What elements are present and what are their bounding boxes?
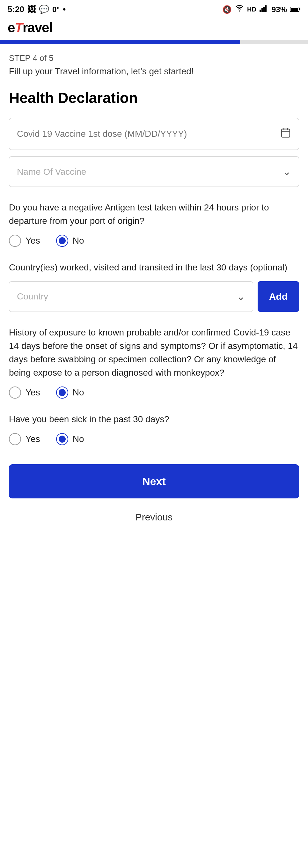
- antigen-yes-label: Yes: [26, 236, 40, 246]
- country-placeholder: Country: [17, 291, 48, 302]
- time-display: 5:20: [8, 4, 24, 14]
- antigen-no-radio[interactable]: [56, 235, 68, 247]
- photo-icon: 🖼: [27, 4, 36, 14]
- svg-rect-0: [259, 10, 261, 12]
- main-content: STEP 4 of 5 Fill up your Travel informat…: [0, 44, 308, 540]
- mute-icon: 🔇: [222, 5, 232, 14]
- exposure-no-radio[interactable]: [56, 386, 68, 399]
- sick-no-radio[interactable]: [56, 433, 68, 445]
- sick-no-label: No: [73, 434, 84, 444]
- covid-vaccine-date-field[interactable]: [9, 118, 299, 150]
- svg-rect-7: [281, 129, 290, 137]
- svg-rect-5: [299, 8, 300, 10]
- vaccine-name-field[interactable]: Name Of Vaccine ⌄: [9, 156, 299, 187]
- add-country-button[interactable]: Add: [258, 281, 299, 312]
- step-label: STEP 4 of 5: [9, 53, 299, 63]
- country-section: Country(ies) worked, visited and transit…: [9, 261, 299, 312]
- exposure-no-option[interactable]: No: [56, 386, 84, 399]
- sick-no-option[interactable]: No: [56, 433, 84, 445]
- sick-yes-label: Yes: [26, 434, 40, 444]
- chevron-down-icon: ⌄: [282, 165, 291, 178]
- svg-rect-1: [261, 8, 263, 12]
- battery-percent: 93%: [272, 5, 287, 14]
- exposure-no-label: No: [73, 388, 84, 398]
- antigen-test-question: Do you have a negative Antigen test take…: [9, 201, 299, 228]
- svg-rect-3: [265, 5, 267, 12]
- sick-yes-option[interactable]: Yes: [9, 433, 40, 445]
- svg-rect-6: [291, 8, 298, 11]
- app-header: eTravel: [0, 17, 308, 40]
- status-left: 5:20 🖼 💬 0° •: [8, 4, 66, 14]
- covid-exposure-section: History of exposure to known probable an…: [9, 326, 299, 399]
- calendar-icon: [280, 127, 291, 141]
- antigen-no-option[interactable]: No: [56, 235, 84, 247]
- progress-bar-fill: [0, 40, 240, 44]
- antigen-yes-radio[interactable]: [9, 235, 21, 247]
- country-dropdown[interactable]: Country ⌄: [9, 281, 253, 312]
- exposure-yes-radio[interactable]: [9, 386, 21, 399]
- covid-exposure-radio-group: Yes No: [9, 386, 299, 399]
- temp-display: 0°: [52, 5, 60, 14]
- previous-button[interactable]: Previous: [9, 507, 299, 527]
- sick-30days-section: Have you been sick in the past 30 days? …: [9, 413, 299, 445]
- section-title: Health Declaration: [9, 89, 299, 106]
- app-logo: eTravel: [8, 20, 300, 35]
- step-subtitle: Fill up your Travel information, let's g…: [9, 66, 299, 76]
- svg-rect-2: [264, 7, 265, 12]
- antigen-yes-option[interactable]: Yes: [9, 235, 40, 247]
- logo-ravel: ravel: [23, 20, 52, 35]
- battery-icon: [290, 4, 300, 14]
- progress-bar-container: [0, 40, 308, 44]
- sick-yes-radio[interactable]: [9, 433, 21, 445]
- next-button[interactable]: Next: [9, 464, 299, 498]
- antigen-no-label: No: [73, 236, 84, 246]
- covid-vaccine-date-input[interactable]: [17, 129, 276, 139]
- wifi-icon: [235, 5, 244, 14]
- covid-exposure-question: History of exposure to known probable an…: [9, 326, 299, 379]
- logo-t: T: [15, 20, 23, 35]
- signal-icon: [259, 4, 269, 14]
- sick-30days-question: Have you been sick in the past 30 days?: [9, 413, 299, 426]
- country-row: Country ⌄ Add: [9, 281, 299, 312]
- antigen-test-section: Do you have a negative Antigen test take…: [9, 201, 299, 247]
- country-chevron-icon: ⌄: [237, 290, 245, 303]
- sick-30days-radio-group: Yes No: [9, 433, 299, 445]
- antigen-test-radio-group: Yes No: [9, 235, 299, 247]
- hd-icon: HD: [247, 6, 256, 13]
- country-section-label: Country(ies) worked, visited and transit…: [9, 261, 299, 274]
- talk-icon: 💬: [39, 4, 49, 14]
- status-bar: 5:20 🖼 💬 0° • 🔇 HD 93%: [0, 0, 308, 17]
- status-right: 🔇 HD 93%: [222, 4, 300, 14]
- dot-icon: •: [63, 4, 66, 14]
- exposure-yes-option[interactable]: Yes: [9, 386, 40, 399]
- exposure-yes-label: Yes: [26, 388, 40, 398]
- bottom-section: Next Previous: [9, 464, 299, 527]
- vaccine-name-select[interactable]: Name Of Vaccine: [17, 167, 279, 177]
- logo-e: e: [8, 20, 15, 35]
